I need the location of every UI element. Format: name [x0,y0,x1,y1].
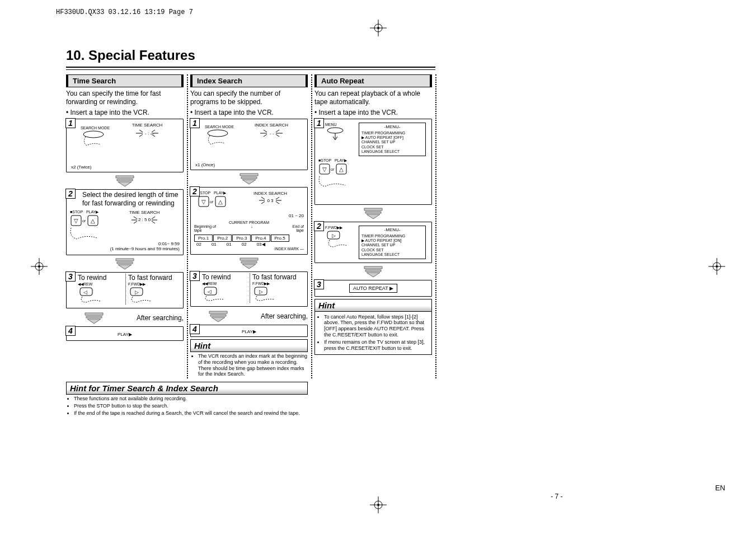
svg-text:- : - -: - : - - [145,131,154,136]
program-row: Pro.1 Pro.2 Pro.3 Pro.4 Pro.5 [194,235,304,242]
svg-text:△: △ [339,166,344,172]
time-search-bullet: • Insert a tape into the VCR. [66,109,184,116]
remote-btn-row: ■STOP PLAY▶ [198,191,237,195]
auto-repeat-heading: Auto Repeat [314,74,432,87]
svg-line-42 [264,130,267,132]
step-number: 1 [314,118,324,128]
menu-button-label: MENU [325,123,359,127]
svg-line-55 [261,202,265,204]
page-number: - 7 - [194,493,563,500]
begin-tape-label: Beginning of tape [194,224,217,232]
remote-button-icon [81,130,109,147]
time-search-step3: 3 To rewind ◀◀REW ◁ To fast forward F.FW… [66,272,184,308]
hint-heading: Hint [314,299,432,312]
osd-label: TIME SEARCH [109,210,180,215]
crop-mark-icon [708,258,725,276]
auto-repeat-step2: 2 F.FWD▶▶ ▷ -MENU- TIMER PROGRAMMING ▶ A… [314,222,432,263]
play-label: PLAY▶ [242,329,256,334]
osd-value: 2 : 5 0 [109,217,180,222]
svg-point-39 [208,130,228,137]
step2-text: Select the desired length of time for fa… [82,191,180,208]
index-search-intro: You can specify the number of programs t… [190,90,308,106]
svg-text:▽: ▽ [74,218,78,224]
auto-repeat-osd: AUTO REPEAT ▶ [349,284,397,293]
svg-line-31 [134,217,137,219]
rewind-label: To rewind [78,274,125,282]
osd-menu: -MENU- TIMER PROGRAMMING ▶ AUTO REPEAT [… [359,123,426,156]
auto-repeat-step1: 1 MENU -MENU- TIMER PROGRAMMING ▶ AUTO R… [314,119,432,205]
svg-text:◁: ◁ [83,289,87,295]
rew-button-icon: ◁ [78,287,102,303]
blink-icon: - - [260,128,283,139]
current-program-label: CURRENT PROGRAM [194,221,304,224]
bottom-hint-body: These functions are not available during… [66,396,308,416]
osd-menu: -MENU- TIMER PROGRAMMING ▶ AUTO REPEAT [… [359,226,426,259]
svg-point-15 [377,504,379,506]
index-search-bullet: • Insert a tape into the VCR. [190,109,308,116]
svg-text:◁: ◁ [208,289,212,294]
svg-line-44 [276,130,279,132]
svg-line-20 [139,134,143,137]
svg-line-33 [152,217,155,219]
range-label2: (1 minute~9 hours and 59 minutes) [70,246,180,251]
svg-text:▽: ▽ [322,166,327,172]
svg-text:- -: - - [270,131,274,136]
svg-line-34 [152,221,155,223]
index-search-step3: 3 To rewind ◀◀REW ◁ To fast forward F.FW… [190,271,308,307]
svg-text:or: or [82,219,86,223]
after-searching-label: After searching, [137,314,184,322]
svg-point-11 [716,265,718,268]
osd-label: INDEX SEARCH [237,191,304,196]
crop-mark-icon [31,258,48,276]
rew-button-label: ◀◀REW [202,282,250,286]
fwd-label: To fast forward [128,274,180,282]
arrow-down-icon [83,312,105,325]
ffwd-button-icon: ▷ [325,230,350,249]
step-number: 4 [65,326,76,336]
step-number: 2 [314,221,324,231]
range-label: 0:01~ 9:59 [70,241,180,246]
section-title: 10. Special Features [66,48,435,63]
play-label: PLAY▶ [118,332,132,337]
arrow-down-small-icon: ↓ [251,224,253,228]
step-number: 4 [190,324,200,334]
svg-point-16 [83,131,104,138]
osd-label: TIME SEARCH [115,123,180,128]
auto-repeat-bullet: • Insert a tape into the VCR. [314,109,432,116]
time-search-intro: You can specify the time for fast forwar… [66,90,184,106]
index-mark-row: 02 01 01 02 03◀ [196,242,304,247]
step-number: 3 [190,271,200,281]
channel-buttons-icon: ▽ or △ [198,195,229,212]
svg-text:△: △ [218,199,223,205]
svg-point-3 [377,27,379,29]
ffwd-button-label: F.FWD▶▶ [128,282,180,287]
arrow-down-icon [314,207,432,221]
svg-text:▷: ▷ [135,289,139,295]
svg-text:or: or [210,200,214,204]
after-searching-label: After searching, [261,312,308,321]
language-code: EN [715,484,725,492]
doc-header-line: HF330UD.QX33 03.12.16 13:19 Page 7 [56,8,193,16]
bottom-hint-heading: Hint for Timer Search & Index Search [66,382,308,395]
channel-buttons-icon: ▽ or △ [70,214,104,240]
step-number: 2 [190,186,200,196]
arrow-down-icon [66,175,184,188]
svg-line-45 [276,134,279,137]
svg-line-57 [276,202,279,204]
osd-label: INDEX SEARCH [239,123,304,128]
blink-icon: - : - - [136,128,158,139]
title-rule [66,67,435,70]
auto-repeat-intro: You can repeat playback of a whole tape … [314,90,432,106]
hint-heading: Hint [190,339,308,352]
svg-line-32 [134,221,137,223]
remote-button-label: SEARCH MODE [76,126,115,130]
column-divider [435,74,436,378]
arrow-down-icon [66,257,184,271]
column-divider [311,74,312,378]
ffwd-button-label: F.FWD▶▶ [252,282,304,286]
time-search-step2: 2 Select the desired length of time for … [66,189,184,255]
crop-mark-icon [370,20,387,38]
time-search-step1: 1 SEARCH MODE TIME SEARCH - : - - x2 (Tw… [66,119,184,172]
svg-line-43 [264,134,267,137]
rewind-label: To rewind [202,273,250,282]
